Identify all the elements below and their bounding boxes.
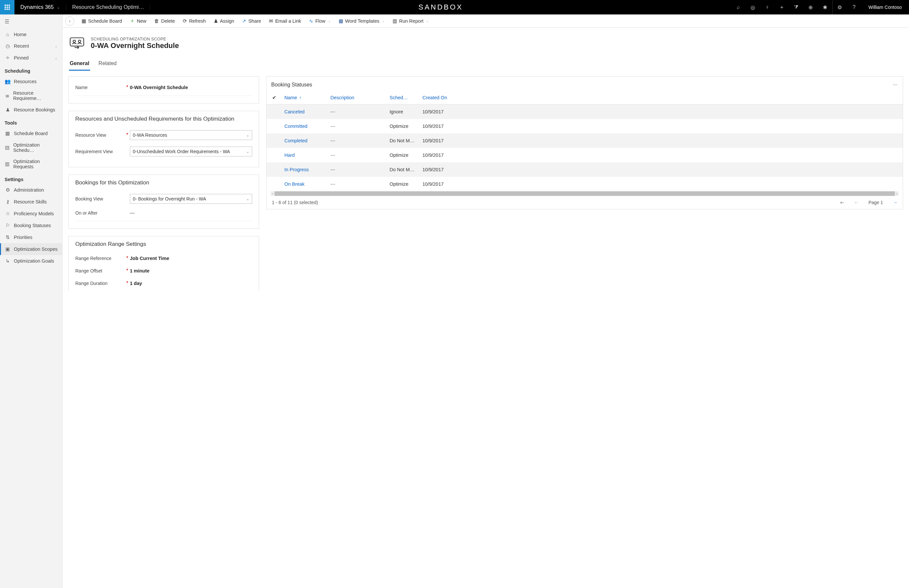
horizontal-scrollbar[interactable]: ‹ ›	[275, 191, 895, 196]
app-launcher-button[interactable]	[0, 0, 15, 15]
col-header-scheduling[interactable]: Sched…	[387, 94, 420, 102]
nav-schedule-board[interactable]: ▦Schedule Board	[0, 128, 62, 139]
cell-name[interactable]: Hard	[282, 152, 328, 158]
cell-name[interactable]: On Break	[282, 181, 328, 187]
cell-name[interactable]: Completed	[282, 137, 328, 144]
nav-pinned[interactable]: ✧Pinned⌄	[0, 52, 62, 64]
nav-resources[interactable]: 👥Resources	[0, 76, 62, 87]
col-header-description[interactable]: Description	[328, 94, 387, 102]
cmd-run-report[interactable]: ▥Run Report⌄	[388, 16, 433, 26]
nav-priorities[interactable]: ⇅Priorities	[0, 231, 62, 243]
row-selector[interactable]	[267, 108, 282, 115]
cell-scheduling: Do Not M…	[387, 166, 420, 173]
back-button[interactable]: ›	[65, 16, 74, 26]
first-page-button[interactable]: ⇤	[840, 200, 844, 205]
cell-scheduling: Do Not M…	[387, 137, 420, 144]
nav-resource-bookings[interactable]: ♟Resource Bookings	[0, 104, 62, 116]
row-selector[interactable]	[267, 123, 282, 129]
field-label-range-offset: Range Offset	[75, 268, 125, 273]
field-value-range-duration[interactable]: 1 day	[130, 281, 252, 286]
nav-optimization-requests[interactable]: ▥Optimization Requests	[0, 156, 62, 172]
scroll-left-button[interactable]: ‹	[270, 191, 275, 196]
cmd-schedule-board[interactable]: ▦Schedule Board	[78, 16, 126, 26]
nav-label: Resource Skills	[14, 199, 47, 204]
cmd-refresh[interactable]: ⟳Refresh	[179, 16, 210, 26]
lookup-requirement-view[interactable]: 0-Unscheduled Work Order Requirements - …	[130, 147, 252, 157]
next-page-button[interactable]: →	[893, 200, 898, 205]
chevron-down-icon: ⌄	[57, 5, 60, 10]
tab-general[interactable]: General	[69, 58, 90, 71]
task-flow-icon[interactable]: ◎	[746, 0, 760, 15]
more-commands-button[interactable]: ⋯	[893, 82, 898, 87]
cmd-email-link[interactable]: ✉Email a Link	[265, 16, 305, 26]
row-selector[interactable]	[267, 137, 282, 144]
relevance-icon[interactable]: ♀	[760, 0, 775, 15]
settings-icon[interactable]: ⚙	[832, 0, 847, 15]
field-value-range-offset[interactable]: 1 minute	[130, 268, 252, 273]
nav-home[interactable]: ⌂Home	[0, 29, 62, 40]
product-switcher[interactable]: Dynamics 365 ⌄	[15, 4, 66, 10]
cmd-share[interactable]: ↗Share	[238, 16, 265, 26]
report-icon: ▥	[393, 18, 397, 24]
scroll-right-button[interactable]: ›	[895, 191, 899, 196]
add-circle-icon[interactable]: ⊕	[804, 0, 818, 15]
field-value-name[interactable]: 0-WA Overnight Schedule	[130, 85, 252, 90]
col-header-name[interactable]: Name↑	[282, 94, 328, 102]
col-header-created-on[interactable]: Created On	[420, 94, 453, 102]
section-bookings: Bookings for this Optimization Booking V…	[68, 174, 259, 229]
chevron-down-icon: ⌄	[55, 56, 58, 60]
table-row[interactable]: Completed---Do Not M…10/9/2017	[267, 133, 903, 148]
search-icon[interactable]: ⌕	[731, 0, 746, 15]
nav-booking-statuses[interactable]: ⚐Booking Statuses	[0, 220, 62, 231]
section-range: Optimization Range Settings Range Refere…	[68, 236, 259, 291]
cmd-assign[interactable]: ♟Assign	[210, 16, 238, 26]
brand-label: Dynamics 365	[20, 4, 53, 10]
lookup-booking-view[interactable]: 0- Bookings for Overnight Run - WA⌄	[130, 194, 252, 204]
row-selector[interactable]	[267, 152, 282, 158]
form-tabs: General Related	[63, 54, 909, 71]
hamburger-button[interactable]: ☰	[0, 15, 62, 29]
gear-alt-icon[interactable]: ✱	[818, 0, 832, 15]
cell-name[interactable]: Committed	[282, 123, 328, 129]
nav-resource-requirements[interactable]: ≣Resource Requireme…	[0, 87, 62, 104]
cell-name[interactable]: Canceled	[282, 108, 328, 115]
nav-proficiency-models[interactable]: ☆Proficiency Models	[0, 208, 62, 220]
breadcrumb[interactable]: Resource Scheduling Optimi…	[66, 4, 150, 10]
cell-description: ---	[328, 181, 387, 187]
row-selector[interactable]	[267, 166, 282, 173]
nav-optimization-schedules[interactable]: ▤Optimization Schedu…	[0, 139, 62, 156]
skills-icon: ⚷	[5, 199, 11, 205]
cmd-new[interactable]: ＋New	[126, 16, 150, 26]
row-selector[interactable]	[267, 181, 282, 187]
cmd-flow[interactable]: ∿Flow⌄	[305, 16, 335, 26]
cmd-delete[interactable]: 🗑Delete	[150, 16, 179, 26]
chevron-down-icon: ⌄	[426, 19, 429, 23]
lookup-resource-view[interactable]: 0-WA Resources⌄	[130, 130, 252, 140]
nav-recent[interactable]: ◷Recent⌄	[0, 40, 62, 52]
field-value-on-or-after[interactable]: ---	[130, 210, 252, 216]
scrollbar-thumb[interactable]	[275, 191, 820, 196]
filter-icon[interactable]: ⧩	[789, 0, 804, 15]
table-row[interactable]: On Break---Optimize10/9/2017	[267, 177, 903, 191]
tab-related[interactable]: Related	[98, 58, 117, 71]
cmd-word-templates[interactable]: ▦Word Templates⌄	[335, 16, 388, 26]
nav-optimization-goals[interactable]: ↳Optimization Goals	[0, 255, 62, 267]
select-all-checkbox[interactable]: ✔	[267, 94, 282, 102]
add-icon[interactable]: ＋	[775, 0, 789, 15]
cell-scheduling: Optimize	[387, 123, 420, 129]
table-row[interactable]: Committed---Optimize10/9/2017	[267, 119, 903, 133]
table-row[interactable]: Canceled---Ignore10/9/2017	[267, 105, 903, 119]
prev-page-button[interactable]: ←	[854, 200, 859, 205]
cell-name[interactable]: In Progress	[282, 166, 328, 173]
nav-resource-skills[interactable]: ⚷Resource Skills	[0, 196, 62, 208]
nav-administration[interactable]: ⚙Administration	[0, 184, 62, 196]
table-row[interactable]: In Progress---Do Not M…10/9/2017	[267, 162, 903, 177]
user-label[interactable]: William Contoso	[861, 5, 909, 10]
help-icon[interactable]: ?	[847, 0, 861, 15]
cell-created-on: 10/9/2017	[420, 123, 453, 129]
nav-label: Resources	[14, 79, 37, 84]
field-value-range-reference[interactable]: Job Current Time	[130, 256, 252, 261]
calendar-icon: ▦	[5, 131, 11, 136]
nav-optimization-scopes[interactable]: ▣Optimization Scopes	[0, 243, 62, 255]
table-row[interactable]: Hard---Optimize10/9/2017	[267, 148, 903, 162]
